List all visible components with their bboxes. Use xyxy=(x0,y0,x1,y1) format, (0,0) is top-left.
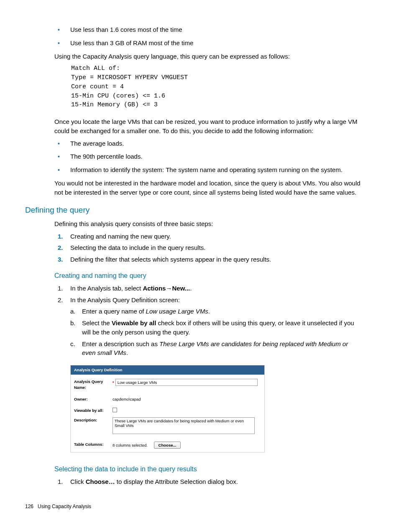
page-footer: 126Using Capacity Analysis xyxy=(25,503,374,510)
list-item: Defining the filter that selects which s… xyxy=(54,255,361,264)
list-item: In the Analysis tab, select Actions→New.… xyxy=(54,284,361,293)
query-name-example: Low usage Large VMs xyxy=(146,308,208,315)
intro-paragraph: Using the Capacity Analysis query langua… xyxy=(54,52,361,61)
columns-selected-status: 8 columns selected. xyxy=(113,443,148,447)
heading-creating-query: Creating and naming the query xyxy=(54,271,361,280)
selecting-steps-list: Click Choose… to display the Attribute S… xyxy=(54,477,361,486)
list-item: Select the Viewable by all check box if … xyxy=(70,319,361,337)
dialog-title: Analysis Query Definition xyxy=(71,365,264,375)
text: Enter a description such as xyxy=(82,340,159,347)
text: Enter a query name of xyxy=(82,308,146,315)
list-item: Enter a query name of Low usage Large VM… xyxy=(70,307,361,316)
text: . xyxy=(190,285,192,292)
list-item: Creating and naming the new query. xyxy=(54,232,361,241)
arrow-icon: → xyxy=(166,285,172,292)
list-item: Use less than 1.6 cores most of the time xyxy=(54,25,361,34)
text: In the Analysis Query Definition screen: xyxy=(70,296,180,303)
list-item: Information to identify the system: The … xyxy=(54,165,361,175)
new-label: New... xyxy=(172,285,190,292)
not-interested-paragraph: You would not be interested in the hardw… xyxy=(54,179,361,197)
list-item: Enter a description such as These Large … xyxy=(70,339,361,358)
list-item: Selecting the data to include in the que… xyxy=(54,243,361,252)
choose-button[interactable]: Choose... xyxy=(154,442,181,449)
viewable-by-all-checkbox[interactable] xyxy=(113,408,117,412)
required-icon: * xyxy=(113,380,114,385)
description-input[interactable] xyxy=(113,417,255,434)
intro-bullet-list: Use less than 1.6 cores most of the time… xyxy=(54,25,361,48)
creating-sub-list: Enter a query name of Low usage Large VM… xyxy=(70,307,361,357)
justify-paragraph: Once you locate the large VMs that can b… xyxy=(54,117,361,136)
list-item: Click Choose… to display the Attribute S… xyxy=(54,477,361,486)
name-label: Analysis Query Name: xyxy=(74,379,113,391)
heading-selecting-data: Selecting the data to include in the que… xyxy=(54,464,361,474)
list-item: The 90th percentile loads. xyxy=(54,152,361,161)
choose-label: Choose… xyxy=(86,478,115,485)
analysis-query-name-input[interactable] xyxy=(115,379,258,386)
query-code-block: Match ALL of: Type = MICROSOFT HYPERV VM… xyxy=(71,64,361,110)
table-columns-label: Table Columns: xyxy=(74,442,113,447)
creating-steps-list: In the Analysis tab, select Actions→New.… xyxy=(54,284,361,357)
footer-title: Using Capacity Analysis xyxy=(38,504,91,509)
list-item: Use less than 3 GB of RAM most of the ti… xyxy=(54,39,361,48)
owner-label: Owner: xyxy=(74,396,113,402)
text: Select the xyxy=(82,319,112,326)
list-item: In the Analysis Query Definition screen:… xyxy=(54,296,361,358)
viewable-by-all-label: Viewable by all xyxy=(112,319,156,326)
text: to display the Attribute Selection dialo… xyxy=(115,478,238,485)
analysis-query-definition-screenshot: Analysis Query Definition Analysis Query… xyxy=(70,365,265,452)
text: Click xyxy=(70,478,86,485)
info-bullet-list: The average loads. The 90th percentile l… xyxy=(54,139,361,175)
owner-value: capdemo\capad xyxy=(113,396,261,402)
list-item: The average loads. xyxy=(54,139,361,148)
description-label: Description: xyxy=(74,417,113,423)
viewable-label: Viewable by all: xyxy=(74,408,113,414)
text: . xyxy=(126,349,128,356)
page-number: 126 xyxy=(25,504,33,509)
text: In the Analysis tab, select xyxy=(70,285,143,292)
heading-defining-query: Defining the query xyxy=(25,204,361,216)
text: . xyxy=(208,308,210,315)
define-intro: Defining this analysis query consists of… xyxy=(54,219,361,229)
actions-label: Actions xyxy=(143,285,166,292)
define-steps-list: Creating and naming the new query. Selec… xyxy=(54,232,361,264)
